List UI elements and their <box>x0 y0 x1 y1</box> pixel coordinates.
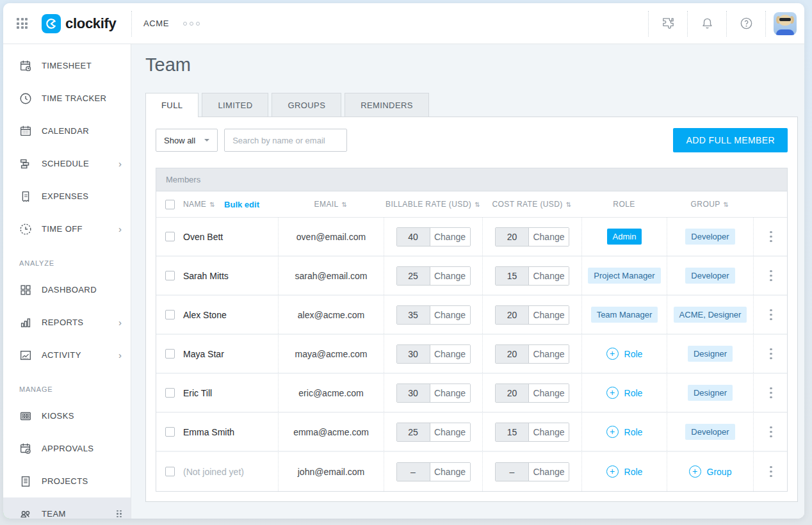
row-checkbox[interactable] <box>165 427 175 437</box>
sidebar-item-kiosks[interactable]: KIOSKS <box>3 400 131 432</box>
page-title: Team <box>145 54 804 76</box>
change-billable-rate-button[interactable]: Change <box>430 228 470 246</box>
sidebar-item-reports[interactable]: REPORTS › <box>3 306 131 339</box>
add-role-button[interactable]: +Role <box>606 387 643 399</box>
notifications-button[interactable] <box>688 16 726 31</box>
table-row: Alex Stone alex@acme.com 35Change 20Chan… <box>156 296 787 335</box>
plus-icon: + <box>689 465 701 478</box>
sidebar-item-expenses[interactable]: EXPENSES <box>3 180 131 213</box>
bar-chart-icon <box>19 316 33 330</box>
activity-chart-icon <box>19 348 33 362</box>
column-header-group[interactable]: GROUP <box>667 200 753 209</box>
column-header-name[interactable]: NAME <box>183 200 215 209</box>
change-billable-rate-button[interactable]: Change <box>430 423 470 441</box>
row-checkbox[interactable] <box>165 349 175 359</box>
schedule-icon <box>19 157 33 171</box>
row-checkbox[interactable] <box>165 467 175 476</box>
add-role-button[interactable]: +Role <box>606 348 643 360</box>
topbar: clockify ACME <box>3 3 804 44</box>
tab-reminders[interactable]: REMINDERS <box>345 93 429 117</box>
kiosk-icon <box>19 409 33 423</box>
row-menu-button[interactable] <box>766 344 776 364</box>
change-cost-rate-button[interactable]: Change <box>529 463 569 481</box>
apps-grid-icon[interactable] <box>17 18 28 29</box>
topbar-divider <box>131 11 132 36</box>
change-cost-rate-button[interactable]: Change <box>529 228 569 246</box>
column-header-email[interactable]: EMAIL <box>278 200 384 209</box>
add-group-button[interactable]: +Group <box>689 465 732 478</box>
workspace-menu-dots[interactable] <box>183 22 200 26</box>
change-cost-rate-button[interactable]: Change <box>529 267 569 285</box>
row-menu-button[interactable] <box>766 227 776 246</box>
change-cost-rate-button[interactable]: Change <box>529 306 569 324</box>
document-icon <box>19 474 33 489</box>
sidebar-item-calendar[interactable]: CALENDAR <box>3 115 131 147</box>
caret-down-icon <box>204 139 209 141</box>
change-billable-rate-button[interactable]: Change <box>430 384 470 402</box>
row-menu-button[interactable] <box>766 423 776 442</box>
role-badge: Project Manager <box>588 268 660 284</box>
sidebar-item-activity[interactable]: ACTIVITY › <box>3 339 131 371</box>
sidebar-item-dashboard[interactable]: DASHBOARD <box>3 273 131 306</box>
chevron-right-icon: › <box>118 317 122 328</box>
members-panel: Show all ADD FULL MEMBER Members NAME <box>145 117 798 502</box>
sort-icon <box>209 201 215 208</box>
row-checkbox[interactable] <box>165 271 175 280</box>
integrations-button[interactable] <box>649 16 687 31</box>
group-badge: Developer <box>685 424 735 440</box>
show-filter-select[interactable]: Show all <box>156 129 218 152</box>
sort-icon <box>475 201 480 208</box>
change-billable-rate-button[interactable]: Change <box>430 267 470 285</box>
bulk-edit-link[interactable]: Bulk edit <box>224 200 259 209</box>
sidebar-item-team[interactable]: TEAM <box>3 497 131 519</box>
change-cost-rate-button[interactable]: Change <box>529 345 569 363</box>
row-menu-button[interactable] <box>766 305 776 325</box>
tab-groups[interactable]: GROUPS <box>272 93 341 117</box>
select-all-checkbox[interactable] <box>165 200 175 209</box>
sidebar-item-schedule[interactable]: SCHEDULE › <box>3 147 131 180</box>
clockify-logo-icon <box>42 14 61 33</box>
sidebar-section-analyze: ANALYZE <box>3 245 131 273</box>
change-billable-rate-button[interactable]: Change <box>430 345 470 363</box>
change-cost-rate-button[interactable]: Change <box>529 384 569 402</box>
row-menu-button[interactable] <box>766 266 776 286</box>
change-billable-rate-button[interactable]: Change <box>430 306 470 324</box>
table-row: Emma Smith emma@acme.com 25Change 15Chan… <box>156 413 787 452</box>
workspace-name[interactable]: ACME <box>143 19 169 28</box>
sidebar-item-timesheet[interactable]: TIMESHEET <box>3 49 131 82</box>
row-checkbox[interactable] <box>165 310 175 319</box>
user-avatar[interactable] <box>774 12 797 35</box>
sidebar-item-projects[interactable]: PROJECTS <box>3 465 131 497</box>
add-full-member-button[interactable]: ADD FULL MEMBER <box>673 128 788 152</box>
row-checkbox[interactable] <box>165 388 175 398</box>
sidebar-item-approvals[interactable]: APPROVALS <box>3 432 131 465</box>
change-cost-rate-button[interactable]: Change <box>529 423 569 441</box>
approvals-icon <box>19 442 33 456</box>
topbar-divider <box>765 11 766 36</box>
group-badge: Designer <box>688 346 733 362</box>
role-badge: Team Manager <box>591 307 658 323</box>
help-button[interactable] <box>727 16 765 31</box>
row-menu-button[interactable] <box>766 384 776 403</box>
clockify-logo[interactable]: clockify <box>42 14 117 33</box>
tab-full[interactable]: FULL <box>145 93 199 117</box>
sort-icon <box>724 201 729 208</box>
calendar-icon <box>19 124 33 138</box>
drag-handle-icon[interactable] <box>117 510 122 518</box>
column-header-billable-rate[interactable]: BILLABLE RATE (USD) <box>384 200 482 209</box>
table-row: (Not joined yet) john@email.com –Change … <box>156 452 787 491</box>
add-role-button[interactable]: +Role <box>606 465 643 478</box>
sort-icon <box>342 201 348 208</box>
add-role-button[interactable]: +Role <box>606 426 643 438</box>
table-row: Eric Till eric@acme.com 30Change 20Chang… <box>156 374 787 413</box>
sidebar-item-time-off[interactable]: TIME OFF › <box>3 213 131 245</box>
column-header-cost-rate[interactable]: COST RATE (USD) <box>482 200 581 209</box>
tab-limited[interactable]: LIMITED <box>202 93 268 117</box>
search-input[interactable] <box>224 129 347 152</box>
row-menu-button[interactable] <box>766 462 776 481</box>
row-checkbox[interactable] <box>165 232 175 241</box>
cost-rate-control: 20Change <box>495 344 569 364</box>
change-billable-rate-button[interactable]: Change <box>430 463 470 481</box>
sidebar-item-time-tracker[interactable]: TIME TRACKER <box>3 82 131 115</box>
group-badge: Developer <box>685 229 735 245</box>
